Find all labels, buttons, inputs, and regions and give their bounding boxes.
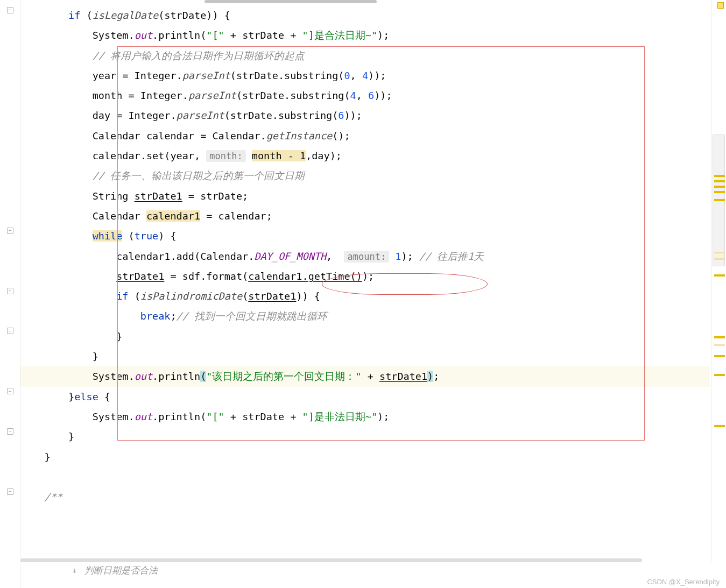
error-stripe-marker[interactable]: [714, 374, 725, 376]
keyword-if: if: [116, 291, 128, 302]
comment: // 任务一、输出该日期之后的第一个回文日期: [93, 170, 305, 181]
fold-marker-icon[interactable]: −: [7, 388, 13, 394]
error-stripe-marker[interactable]: [714, 252, 725, 253]
hint-text: 判断日期是否合法: [84, 564, 158, 577]
horizontal-scrollbar[interactable]: [20, 558, 711, 562]
watermark: CSDN @X_Serendipity: [647, 578, 720, 586]
error-stripe-marker[interactable]: [714, 274, 725, 277]
top-scroll-indicator: [205, 0, 377, 3]
arrow-down-icon: ↓: [72, 565, 77, 575]
fold-marker-icon[interactable]: −: [7, 428, 13, 435]
keyword-break: break: [140, 310, 171, 322]
param-hint: month:: [206, 150, 245, 162]
javadoc-comment: /**: [45, 491, 62, 502]
fold-marker-icon[interactable]: −: [7, 228, 13, 234]
error-stripe-marker[interactable]: [714, 344, 725, 346]
keyword-else: else: [74, 391, 98, 402]
keyword-while: while: [93, 230, 123, 242]
scrollbar-thumb[interactable]: [20, 558, 642, 562]
fold-marker-icon[interactable]: −: [7, 288, 13, 294]
error-stripe-marker[interactable]: [714, 199, 725, 201]
error-stripe-marker[interactable]: [714, 258, 725, 260]
error-stripe-marker[interactable]: [714, 355, 725, 357]
editor[interactable]: if (isLegalDate(strDate)) { System.out.p…: [20, 0, 710, 561]
error-stripe-marker[interactable]: [714, 175, 725, 177]
param-hint: amount:: [344, 251, 389, 263]
gutter: − − − − − − −: [0, 0, 20, 588]
fold-marker-icon[interactable]: −: [7, 328, 13, 334]
error-stripe-marker[interactable]: [714, 180, 725, 182]
fold-marker-icon[interactable]: −: [7, 7, 13, 13]
keyword-if: if: [68, 10, 80, 21]
fold-marker-icon[interactable]: −: [7, 488, 13, 495]
error-stripe-marker[interactable]: [714, 425, 725, 427]
error-stripe-marker[interactable]: [714, 191, 725, 193]
caret-line: System.out.println("该日期之后的第一个回文日期：" + st…: [20, 366, 710, 386]
error-stripe-marker[interactable]: [714, 336, 725, 338]
minimap[interactable]: [711, 0, 726, 562]
breadcrumb-hint: ↓ 判断日期是否合法: [20, 562, 710, 578]
error-stripe-marker[interactable]: [714, 186, 725, 188]
error-stripe-status-icon[interactable]: [717, 2, 724, 9]
comment: // 将用户输入的合法日期作为日期循环的起点: [93, 50, 305, 61]
